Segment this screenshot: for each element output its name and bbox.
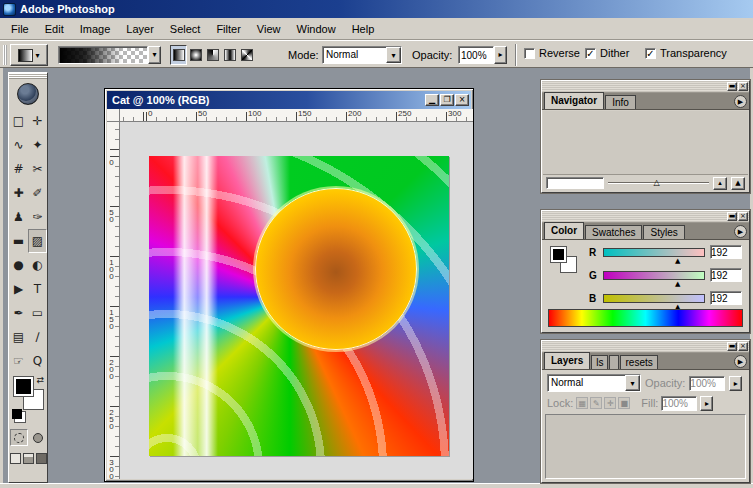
close-button[interactable]: × xyxy=(455,94,469,106)
lock-position-icon[interactable]: ✛ xyxy=(604,397,616,409)
slider-thumb-icon[interactable]: ▲ xyxy=(675,257,680,265)
switch-colors-icon[interactable]: ⇄ xyxy=(36,375,44,385)
zoom-slider[interactable]: △ xyxy=(608,177,709,189)
quick-mask-button[interactable] xyxy=(29,429,47,446)
pen-tool[interactable]: ✒ xyxy=(9,301,28,325)
minimize-icon[interactable]: ▬ xyxy=(727,82,737,91)
menu-select[interactable]: Select xyxy=(162,19,209,39)
checkbox-box[interactable] xyxy=(645,48,656,59)
diamond-gradient-button[interactable] xyxy=(238,45,255,65)
chevron-down-icon[interactable]: ▾ xyxy=(625,375,640,391)
tab-tool-presets[interactable]: resets xyxy=(620,355,657,369)
default-colors-icon[interactable] xyxy=(12,409,22,419)
healing-brush-tool[interactable]: ✚ xyxy=(9,181,28,205)
photoshop-logo-button[interactable] xyxy=(9,79,47,109)
maximize-button[interactable]: ❐ xyxy=(440,94,454,106)
palette-menu-button[interactable]: ▶ xyxy=(734,355,747,368)
options-bar-grabber[interactable] xyxy=(3,45,7,65)
blend-mode-select[interactable]: Normal ▾ xyxy=(547,374,641,392)
crop-tool[interactable]: # xyxy=(9,157,28,181)
green-slider[interactable]: ▲ xyxy=(603,271,705,280)
tool-preset-button[interactable]: ▾ xyxy=(10,44,48,66)
type-tool[interactable]: T xyxy=(28,277,47,301)
clone-stamp-tool[interactable]: ♟ xyxy=(9,205,28,229)
lasso-tool[interactable]: ∿ xyxy=(9,133,28,157)
app-titlebar[interactable]: Adobe Photoshop xyxy=(0,0,753,18)
opacity-input[interactable] xyxy=(458,46,494,64)
zoom-out-button[interactable]: ▴ xyxy=(713,177,727,190)
checkbox-box[interactable] xyxy=(585,48,596,59)
mode-select[interactable]: Normal ▾ xyxy=(322,46,402,64)
minimize-button[interactable]: ▁ xyxy=(425,94,439,106)
close-icon[interactable]: × xyxy=(738,82,748,91)
color-spectrum-ramp[interactable] xyxy=(548,309,743,327)
chevron-down-icon[interactable]: ▾ xyxy=(386,47,401,63)
rectangular-marquee-tool[interactable]: □ xyxy=(9,109,28,133)
move-tool[interactable]: ✛ xyxy=(28,109,47,133)
layer-fill-field[interactable] xyxy=(661,396,697,411)
tab-paths[interactable] xyxy=(609,355,619,369)
transparency-checkbox[interactable]: Transparency xyxy=(645,47,727,59)
notes-tool[interactable]: ▤ xyxy=(9,325,28,349)
fullscreen-with-menubar-button[interactable] xyxy=(23,453,34,464)
path-selection-tool[interactable]: ▶ xyxy=(9,277,28,301)
shape-tool[interactable]: ▭ xyxy=(28,301,47,325)
menu-image[interactable]: Image xyxy=(72,19,119,39)
checkbox-box[interactable] xyxy=(524,48,535,59)
close-icon[interactable]: × xyxy=(738,342,748,351)
layers-list[interactable] xyxy=(545,414,746,479)
tab-styles[interactable]: Styles xyxy=(643,225,684,239)
tab-info[interactable]: Info xyxy=(605,95,636,109)
menu-file[interactable]: File xyxy=(3,19,37,39)
opacity-slider-arrow[interactable]: ▸ xyxy=(494,46,507,64)
lock-transparency-icon[interactable]: ▦ xyxy=(576,397,588,409)
slice-tool[interactable]: ✂ xyxy=(28,157,47,181)
brush-tool[interactable]: ✐ xyxy=(28,181,47,205)
green-value-field[interactable] xyxy=(710,268,742,282)
minimize-icon[interactable]: ▬ xyxy=(727,342,737,351)
palette-menu-button[interactable]: ▶ xyxy=(734,95,747,108)
eraser-tool[interactable]: ▬ xyxy=(9,229,28,253)
dodge-tool[interactable]: ◐ xyxy=(28,253,47,277)
menu-view[interactable]: View xyxy=(249,19,289,39)
standard-mode-button[interactable] xyxy=(10,429,28,446)
reflected-gradient-button[interactable] xyxy=(221,45,238,65)
hand-tool[interactable]: ☞ xyxy=(9,349,28,373)
zoom-in-button[interactable]: ▲ xyxy=(731,177,745,190)
linear-gradient-button[interactable] xyxy=(170,45,187,65)
angle-gradient-button[interactable] xyxy=(204,45,221,65)
reverse-checkbox[interactable]: Reverse xyxy=(524,47,580,59)
tab-navigator[interactable]: Navigator xyxy=(544,92,604,109)
slider-thumb-icon[interactable]: △ xyxy=(653,178,659,187)
blue-value-field[interactable] xyxy=(710,291,742,305)
tab-channels[interactable]: ls xyxy=(591,355,608,369)
tab-swatches[interactable]: Swatches xyxy=(585,225,642,239)
dither-checkbox[interactable]: Dither xyxy=(585,47,629,59)
radial-gradient-button[interactable] xyxy=(187,45,204,65)
foreground-color-swatch[interactable] xyxy=(14,377,33,396)
zoom-tool[interactable]: Q xyxy=(28,349,47,373)
red-value-field[interactable] xyxy=(710,245,742,259)
menu-help[interactable]: Help xyxy=(344,19,383,39)
slider-thumb-icon[interactable]: ▲ xyxy=(675,280,680,288)
gradient-tool[interactable]: ▨ xyxy=(28,229,47,253)
minimize-icon[interactable]: ▬ xyxy=(727,212,737,221)
fullscreen-button[interactable] xyxy=(36,453,47,464)
menu-layer[interactable]: Layer xyxy=(118,19,162,39)
history-brush-tool[interactable]: ✑ xyxy=(28,205,47,229)
menu-filter[interactable]: Filter xyxy=(208,19,248,39)
palette-menu-button[interactable]: ▶ xyxy=(734,225,747,238)
lock-all-icon[interactable]: ■ xyxy=(618,397,630,409)
blue-slider[interactable]: ▲ xyxy=(603,294,705,303)
tab-color[interactable]: Color xyxy=(544,222,584,239)
layer-fill-arrow[interactable]: ▸ xyxy=(700,396,713,411)
document-titlebar[interactable]: Cat @ 100% (RGB) ▁ ❐ × xyxy=(107,91,471,109)
gradient-picker[interactable] xyxy=(58,46,148,64)
layer-opacity-field[interactable] xyxy=(689,376,725,391)
eyedropper-tool[interactable]: ∕ xyxy=(28,325,47,349)
document-canvas[interactable] xyxy=(149,156,449,456)
foreground-color-swatch[interactable] xyxy=(551,247,566,262)
menu-window[interactable]: Window xyxy=(289,19,344,39)
standard-screen-button[interactable] xyxy=(10,453,21,464)
magic-wand-tool[interactable]: ✦ xyxy=(28,133,47,157)
